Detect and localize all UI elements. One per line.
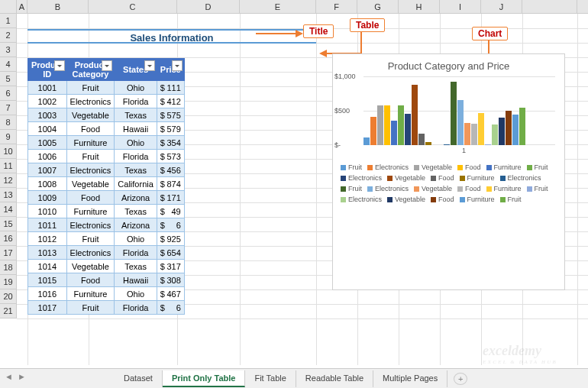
row-header[interactable]: 10 — [0, 144, 17, 159]
cell-product-id[interactable]: 1016 — [28, 287, 67, 301]
chart-bar[interactable] — [485, 144, 491, 145]
cell-category[interactable]: Electronics — [66, 246, 115, 260]
sheet-tab[interactable]: Readable Table — [296, 370, 373, 387]
cell-price[interactable]: $308 — [157, 273, 184, 287]
nav-next-icon[interactable]: ► — [18, 372, 26, 381]
cell-category[interactable]: Food — [66, 273, 115, 287]
cell-category[interactable]: Furniture — [66, 287, 115, 301]
table-row[interactable]: 1003 Vegetable Texas $575 — [28, 108, 185, 122]
chart-bar[interactable] — [425, 142, 431, 145]
chart-bar[interactable] — [418, 134, 425, 145]
cell-category[interactable]: Electronics — [66, 95, 115, 108]
column-header[interactable]: A — [17, 0, 27, 13]
cell-category[interactable]: Food — [66, 122, 115, 136]
cell-product-id[interactable]: 1015 — [28, 273, 67, 287]
header-states[interactable]: States — [115, 59, 157, 81]
table-row[interactable]: 1015 Food Hawaii $308 — [28, 273, 185, 287]
select-all-corner[interactable] — [0, 0, 17, 13]
chart-bar[interactable] — [377, 105, 383, 145]
column-header[interactable]: G — [357, 0, 399, 13]
table-row[interactable]: 1008 Vegetable California $874 — [28, 177, 185, 191]
chart-bar[interactable] — [384, 105, 390, 145]
cell-category[interactable]: Vegetable — [66, 260, 115, 273]
sheet-tab[interactable]: Fit Table — [245, 370, 296, 387]
row-header[interactable]: 9 — [0, 130, 17, 144]
sheet-tab[interactable]: Print Only Table — [163, 370, 246, 387]
table-row[interactable]: 1010 Furniture Texas $49 — [28, 205, 185, 218]
cell-category[interactable]: Furniture — [66, 205, 115, 218]
table-row[interactable]: 1002 Electronics Florida $412 — [28, 95, 185, 108]
table-row[interactable]: 1005 Furniture Ohio $354 — [28, 136, 185, 150]
cell-product-id[interactable]: 1011 — [28, 218, 67, 232]
filter-dropdown-icon[interactable] — [102, 60, 112, 71]
filter-dropdown-icon[interactable] — [54, 60, 65, 71]
chart-bar[interactable] — [363, 137, 370, 145]
chart-bar[interactable] — [405, 114, 411, 145]
cell-state[interactable]: Ohio — [115, 81, 157, 95]
chart-bar[interactable] — [398, 105, 404, 145]
row-header[interactable]: 1 — [0, 14, 17, 28]
cell-state[interactable]: Arizona — [115, 218, 157, 232]
cell-product-id[interactable]: 1005 — [28, 136, 67, 150]
cell-state[interactable]: Ohio — [115, 232, 157, 246]
cell-price[interactable]: $412 — [157, 95, 184, 108]
cell-product-id[interactable]: 1017 — [28, 301, 67, 315]
cell-price[interactable]: $171 — [157, 191, 184, 205]
cell-state[interactable]: Ohio — [115, 287, 157, 301]
chart-bar[interactable] — [451, 82, 457, 145]
cell-product-id[interactable]: 1014 — [28, 260, 67, 273]
row-header[interactable]: 6 — [0, 86, 17, 101]
column-header[interactable]: E — [240, 0, 316, 13]
filter-dropdown-icon[interactable] — [172, 60, 183, 71]
chart-bar[interactable] — [391, 121, 397, 145]
cell-state[interactable]: California — [115, 177, 157, 191]
row-header[interactable]: 19 — [0, 275, 17, 289]
cell-category[interactable]: Electronics — [66, 218, 115, 232]
table-row[interactable]: 1013 Electronics Florida $654 — [28, 246, 185, 260]
column-header[interactable]: H — [399, 0, 440, 13]
add-sheet-button[interactable]: + — [454, 373, 467, 385]
cell-product-id[interactable]: 1001 — [28, 81, 67, 95]
row-header[interactable]: 5 — [0, 72, 17, 86]
header-price[interactable]: Price — [157, 59, 184, 81]
cell-product-id[interactable]: 1013 — [28, 246, 67, 260]
cell-product-id[interactable]: 1010 — [28, 205, 67, 218]
column-header[interactable]: D — [177, 0, 240, 13]
cell-state[interactable]: Florida — [115, 301, 157, 315]
column-header[interactable] — [522, 0, 577, 13]
table-row[interactable]: 1006 Fruit Florida $573 — [28, 150, 185, 163]
chart-bar[interactable] — [464, 123, 470, 145]
chart-bar[interactable] — [506, 111, 512, 145]
cell-price[interactable]: $575 — [157, 108, 184, 122]
chart-bar[interactable] — [519, 108, 525, 146]
cell-category[interactable]: Fruit — [66, 81, 115, 95]
chart-bar[interactable] — [370, 117, 376, 145]
cell-state[interactable]: Texas — [115, 205, 157, 218]
table-row[interactable]: 1011 Electronics Arizona $6 — [28, 218, 185, 232]
cell-category[interactable]: Food — [66, 191, 115, 205]
cell-price[interactable]: $317 — [157, 260, 184, 273]
data-table[interactable]: Product ID Product Category States Price… — [27, 58, 185, 315]
row-header[interactable]: 12 — [0, 173, 17, 188]
cell-price[interactable]: $111 — [157, 81, 184, 95]
cell-product-id[interactable]: 1002 — [28, 95, 67, 108]
chart-bar[interactable] — [471, 124, 477, 145]
table-row[interactable]: 1007 Electronics Texas $456 — [28, 163, 185, 177]
sheet-tab[interactable]: Dataset — [115, 370, 163, 387]
row-header[interactable]: 16 — [0, 231, 17, 246]
cell-state[interactable]: Ohio — [115, 136, 157, 150]
table-row[interactable]: 1016 Furniture Ohio $467 — [28, 287, 185, 301]
cell-state[interactable]: Hawaii — [115, 122, 157, 136]
cell-product-id[interactable]: 1004 — [28, 122, 67, 136]
filter-dropdown-icon[interactable] — [144, 60, 155, 71]
table-row[interactable]: 1001 Fruit Ohio $111 — [28, 81, 185, 95]
column-header[interactable]: I — [440, 0, 481, 13]
row-header[interactable]: 2 — [0, 28, 17, 43]
row-header[interactable]: 14 — [0, 202, 17, 217]
cell-price[interactable]: $925 — [157, 232, 184, 246]
cell-price[interactable]: $6 — [157, 218, 184, 232]
cell-product-id[interactable]: 1012 — [28, 232, 67, 246]
cell-product-id[interactable]: 1006 — [28, 150, 67, 163]
column-header[interactable]: F — [316, 0, 357, 13]
chart-bar[interactable] — [499, 118, 505, 145]
